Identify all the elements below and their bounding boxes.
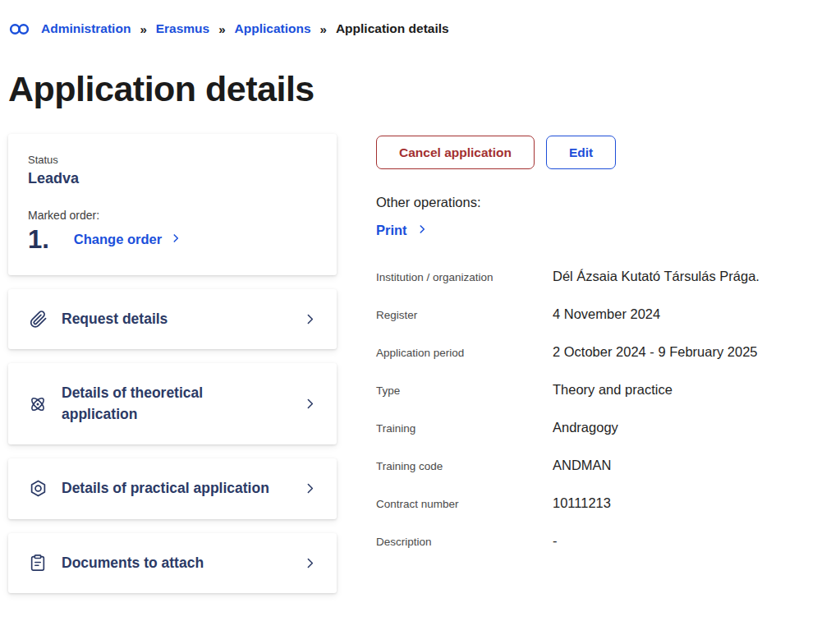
chevron-right-icon bbox=[416, 223, 428, 238]
nav-card-list: Request details Details of theoretical a… bbox=[8, 289, 337, 593]
nav-card-request-details[interactable]: Request details bbox=[8, 289, 337, 349]
marked-order-value: 1. bbox=[28, 227, 49, 252]
detail-row: Training Andragogy bbox=[376, 420, 832, 435]
detail-row: Contract number 10111213 bbox=[376, 495, 832, 511]
detail-row: Type Theory and practice bbox=[376, 382, 832, 398]
detail-row: Training code ANDMAN bbox=[376, 458, 832, 473]
change-order-link[interactable]: Change order bbox=[74, 232, 181, 247]
detail-value: - bbox=[553, 533, 558, 549]
detail-label: Description bbox=[376, 533, 553, 548]
print-link[interactable]: Print bbox=[376, 223, 428, 238]
chevron-right-icon bbox=[303, 481, 317, 495]
content: Status Leadva Marked order: 1. Change or… bbox=[8, 134, 832, 607]
detail-label: Contract number bbox=[376, 495, 553, 510]
cancel-application-button[interactable]: Cancel application bbox=[376, 136, 535, 169]
detail-label: Institution / organization bbox=[376, 269, 553, 283]
detail-value: Theory and practice bbox=[553, 382, 672, 398]
hexagon-nut-icon bbox=[28, 479, 48, 499]
nav-card-documents-to-attach[interactable]: Documents to attach bbox=[8, 533, 337, 593]
nav-card-label: Request details bbox=[62, 309, 303, 329]
chevron-right-icon bbox=[303, 312, 317, 326]
change-order-label: Change order bbox=[74, 232, 162, 247]
page: Administration»Erasmus»Applications»Appl… bbox=[0, 0, 840, 607]
detail-value: Dél Ázsaia Kutató Társulás Prága. bbox=[553, 269, 760, 284]
detail-value: ANDMAN bbox=[553, 458, 612, 473]
chevron-right-icon bbox=[303, 556, 317, 570]
marked-order-row: 1. Change order bbox=[28, 227, 317, 252]
status-label: Status bbox=[28, 154, 317, 166]
other-operations-label: Other operations: bbox=[376, 195, 832, 210]
detail-value: Andragogy bbox=[553, 420, 618, 435]
detail-value: 4 November 2024 bbox=[553, 306, 660, 322]
action-buttons: Cancel application Edit bbox=[376, 136, 832, 169]
detail-value: 10111213 bbox=[553, 495, 611, 511]
chevron-right-icon bbox=[170, 232, 181, 247]
detail-label: Training code bbox=[376, 458, 553, 472]
detail-label: Application period bbox=[376, 344, 553, 359]
detail-label: Training bbox=[376, 420, 553, 435]
infinity-icon bbox=[8, 22, 30, 36]
nav-card-details-of-practical-application[interactable]: Details of practical application bbox=[8, 458, 337, 518]
atom-icon bbox=[28, 394, 48, 414]
page-title: Application details bbox=[8, 69, 832, 109]
status-card: Status Leadva Marked order: 1. Change or… bbox=[8, 134, 337, 275]
nav-card-label: Details of practical application bbox=[62, 478, 303, 499]
clipboard-icon bbox=[28, 553, 48, 573]
chevron-right-icon bbox=[303, 397, 317, 411]
paperclip-icon bbox=[28, 310, 48, 329]
nav-card-label: Details of theoretical application bbox=[62, 383, 303, 425]
detail-label: Type bbox=[376, 382, 553, 397]
status-value: Leadva bbox=[28, 170, 317, 187]
breadcrumb-link-erasmus[interactable]: Erasmus bbox=[156, 21, 209, 36]
detail-row: Application period 2 October 2024 - 9 Fe… bbox=[376, 344, 832, 360]
right-column: Cancel application Edit Other operations… bbox=[376, 134, 832, 571]
details-list: Institution / organization Dél Ázsaia Ku… bbox=[376, 269, 832, 549]
breadcrumb-current-application-details: Application details bbox=[336, 21, 449, 36]
nav-card-details-of-theoretical-application[interactable]: Details of theoretical application bbox=[8, 363, 337, 444]
detail-value: 2 October 2024 - 9 February 2025 bbox=[553, 344, 757, 360]
edit-button[interactable]: Edit bbox=[546, 136, 616, 169]
nav-card-label: Documents to attach bbox=[62, 553, 303, 573]
breadcrumb-link-applications[interactable]: Applications bbox=[235, 21, 311, 36]
breadcrumb: Administration»Erasmus»Applications»Appl… bbox=[8, 21, 832, 36]
breadcrumb-link-administration[interactable]: Administration bbox=[41, 21, 131, 36]
detail-label: Register bbox=[376, 306, 553, 321]
breadcrumb-separator: » bbox=[320, 22, 327, 36]
print-label: Print bbox=[376, 223, 407, 238]
marked-order-label: Marked order: bbox=[28, 209, 317, 222]
detail-row: Register 4 November 2024 bbox=[376, 306, 832, 322]
detail-row: Institution / organization Dél Ázsaia Ku… bbox=[376, 269, 832, 284]
detail-row: Description - bbox=[376, 533, 832, 549]
breadcrumb-separator: » bbox=[140, 22, 146, 36]
left-column: Status Leadva Marked order: 1. Change or… bbox=[8, 134, 337, 607]
breadcrumb-separator: » bbox=[218, 22, 225, 36]
